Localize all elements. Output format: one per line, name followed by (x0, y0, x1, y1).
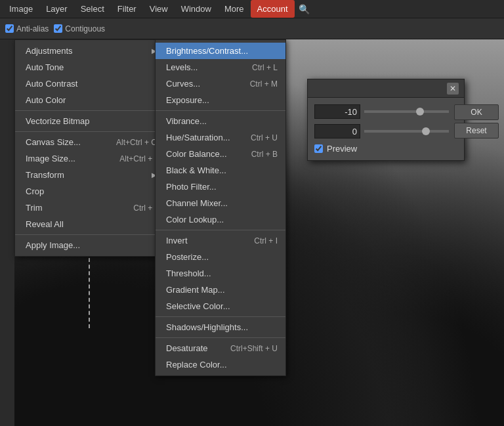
contiguous-label: Contiguous (65, 24, 105, 33)
preview-checkbox[interactable] (314, 144, 323, 153)
adj-sep-4 (156, 337, 285, 338)
menu-item-canvas-size[interactable]: Canvas Size... Alt+Ctrl + C (15, 134, 165, 150)
dialog-buttons: OK Reset (454, 104, 499, 154)
menu-item-trim[interactable]: Trim Ctrl + . (15, 200, 165, 216)
menubar-item-image[interactable]: Image (3, 0, 39, 18)
menu-item-gradient-map[interactable]: Gradient Map... (156, 282, 285, 298)
anti-alias-label: Anti-alias (16, 24, 49, 33)
menu-item-replace-color[interactable]: Replace Color... (156, 356, 285, 373)
adj-sep-2 (156, 230, 285, 230)
menu-item-invert[interactable]: Invert Ctrl + I (156, 232, 285, 249)
main-content: G_20... Adjustments ▶ Auto Tone Auto Con… (0, 39, 504, 426)
curves-shortcut: Ctrl + M (250, 79, 278, 89)
dialog-row-1 (314, 104, 449, 119)
separator-3 (15, 234, 165, 235)
invert-shortcut: Ctrl + I (254, 236, 278, 245)
separator-1 (15, 110, 165, 111)
menu-item-posterize[interactable]: Posterize... (156, 249, 285, 265)
menu-item-exposure[interactable]: Exposure... (156, 92, 285, 108)
search-icon[interactable]: 🔍 (295, 2, 314, 16)
menu-item-adjustments[interactable]: Adjustments ▶ (15, 43, 165, 59)
menu-item-image-size[interactable]: Image Size... Alt+Ctrl + I (15, 150, 165, 167)
adj-sep-1 (156, 110, 285, 111)
dialog-sliders: Preview (314, 104, 449, 154)
menubar-item-account[interactable]: Account (251, 0, 295, 18)
color-balance-dialog: ✕ Preview (307, 79, 465, 161)
dialog-input-1[interactable] (314, 104, 360, 119)
dialog-slider-2[interactable] (364, 130, 449, 133)
ok-button[interactable]: OK (454, 104, 499, 120)
contiguous-checkbox-item[interactable]: Contiguous (54, 24, 105, 33)
menu-item-hue-saturation[interactable]: Hue/Saturation... Ctrl + U (156, 129, 285, 146)
toolbar: Anti-alias Contiguous (0, 18, 504, 39)
image-size-shortcut: Alt+Ctrl + I (119, 154, 157, 163)
adjustments-submenu: Brightness/Contrast... Levels... Ctrl + … (155, 39, 286, 376)
menubar-item-window[interactable]: Window (175, 0, 218, 18)
dialog-titlebar: ✕ (308, 79, 464, 98)
dialog-content: Preview OK Reset (308, 98, 464, 160)
menu-item-auto-contrast[interactable]: Auto Contrast (15, 75, 165, 92)
separator-2 (15, 131, 165, 132)
levels-shortcut: Ctrl + L (252, 63, 278, 72)
adj-sep-3 (156, 316, 285, 317)
menubar-item-more[interactable]: More (218, 0, 251, 18)
menu-item-shadows-highlights[interactable]: Shadows/Highlights... (156, 319, 285, 335)
hue-sat-shortcut: Ctrl + U (251, 133, 278, 142)
menu-item-apply-image[interactable]: Apply Image... (15, 237, 165, 253)
menubar-item-layer[interactable]: Layer (39, 0, 74, 18)
contiguous-checkbox[interactable] (54, 24, 62, 33)
menu-item-crop[interactable]: Crop (15, 183, 165, 200)
menu-item-color-balance[interactable]: Color Balance... Ctrl + B (156, 146, 285, 162)
menubar-item-select[interactable]: Select (74, 0, 111, 18)
anti-alias-checkbox[interactable] (5, 24, 14, 33)
anti-alias-checkbox-item[interactable]: Anti-alias (5, 24, 49, 33)
menu-item-curves[interactable]: Curves... Ctrl + M (156, 75, 285, 92)
menu-item-vectorize[interactable]: Vectorize Bitmap (15, 113, 165, 129)
dialog-close-button[interactable]: ✕ (447, 83, 459, 95)
dialog-slider-1[interactable] (364, 110, 449, 113)
desaturate-shortcut: Ctrl+Shift + U (230, 344, 278, 353)
dialog-row-2 (314, 124, 449, 138)
dialog-main-row: Preview OK Reset (314, 104, 457, 154)
menu-item-photo-filter[interactable]: Photo Filter... (156, 179, 285, 195)
menubar-item-filter[interactable]: Filter (111, 0, 143, 18)
menu-item-vibrance[interactable]: Vibrance... (156, 113, 285, 129)
menu-item-auto-tone[interactable]: Auto Tone (15, 59, 165, 75)
trim-shortcut: Ctrl + . (133, 203, 157, 213)
menu-item-color-lookup[interactable]: Color Lookup... (156, 211, 285, 228)
menu-item-brightness-contrast[interactable]: Brightness/Contrast... (156, 43, 285, 59)
color-balance-shortcut: Ctrl + B (251, 150, 278, 159)
menubar: Image Layer Select Filter View Window Mo… (0, 0, 504, 18)
dialog-input-2[interactable] (314, 124, 360, 138)
left-panel (0, 39, 14, 426)
menu-item-channel-mixer[interactable]: Channel Mixer... (156, 195, 285, 211)
reset-button[interactable]: Reset (454, 123, 499, 138)
menu-item-transform[interactable]: Transform ▶ (15, 167, 165, 183)
menu-item-auto-color[interactable]: Auto Color (15, 92, 165, 108)
canvas-size-shortcut: Alt+Ctrl + C (116, 138, 157, 147)
preview-row: Preview (314, 144, 449, 154)
menu-item-desaturate[interactable]: Desaturate Ctrl+Shift + U (156, 340, 285, 356)
menu-item-threshold[interactable]: Threshold... (156, 265, 285, 282)
menu-item-reveal-all[interactable]: Reveal All (15, 216, 165, 232)
image-menu-dropdown: Adjustments ▶ Auto Tone Auto Contrast Au… (14, 39, 165, 257)
menu-item-black-white[interactable]: Black & White... (156, 162, 285, 179)
menu-item-levels[interactable]: Levels... Ctrl + L (156, 59, 285, 75)
menubar-item-view[interactable]: View (143, 0, 175, 18)
preview-label: Preview (327, 144, 357, 154)
menu-item-selective-color[interactable]: Selective Color... (156, 298, 285, 314)
